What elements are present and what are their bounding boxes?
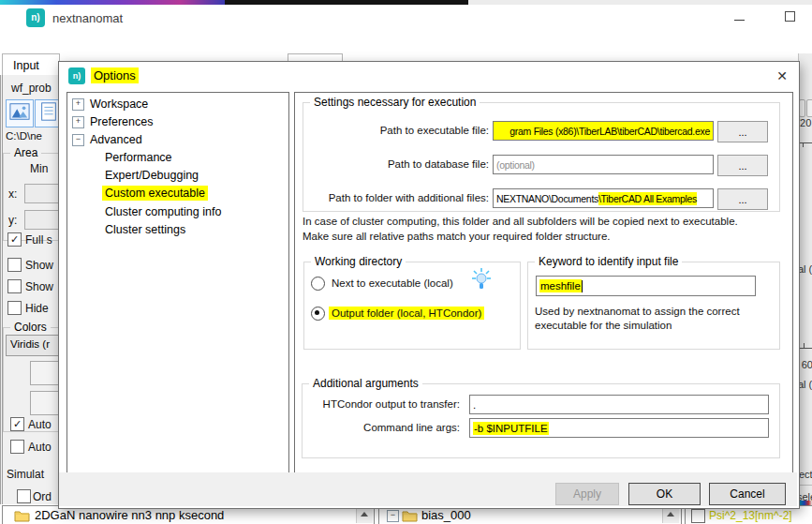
simulation-label: Simulat <box>7 468 44 481</box>
options-tree-panel: + Workspace + Preferences − Advanced Per… <box>66 92 289 473</box>
input-file-item[interactable]: 2DGaN nanowire nn3 nnp ksecond <box>35 508 224 522</box>
keyword-hint-line1: Used by nextnanomat to assign the correc… <box>535 306 740 317</box>
working-directory-group-label: Working directory <box>311 255 406 268</box>
db-path-placeholder: (optional) <box>496 159 535 171</box>
cmdline-args-value: -b $INPUTFILE <box>473 422 549 435</box>
image-icon <box>9 101 30 126</box>
background-axis-line-fragment <box>798 142 812 143</box>
show-label-1: Show <box>25 259 53 272</box>
apply-button[interactable]: Apply <box>555 483 619 505</box>
palette-dropdown-value: Viridis (r <box>10 338 50 350</box>
series-checkbox[interactable] <box>691 509 705 523</box>
background-divider-fragment <box>798 485 812 486</box>
tree-item-advanced[interactable]: Advanced <box>90 133 142 146</box>
hide-checkbox[interactable] <box>7 301 22 315</box>
auto-checkbox-2[interactable] <box>10 440 24 454</box>
file-path-label: C:\D\ne <box>6 130 42 142</box>
screen: /20 al ( ) 60 al ( ect sele n) nextnanom… <box>0 0 812 524</box>
tree-item-preferences[interactable]: Preferences <box>90 115 153 128</box>
show-checkbox-1[interactable] <box>7 258 22 272</box>
area-group-label: Area <box>10 146 41 159</box>
browse-folder-button[interactable]: ... <box>717 188 768 210</box>
options-content-panel: Settings necessary for execution Path to… <box>294 92 793 473</box>
options-dialog: n) Options ✕ + Workspace + Preferences −… <box>58 61 800 509</box>
cluster-note-line2: Make sure all relative paths match your … <box>303 231 611 242</box>
palette-dropdown[interactable]: Viridis (r <box>6 335 62 356</box>
tree-item-cluster-computing-info[interactable]: Cluster computing info <box>105 205 221 218</box>
next-to-executable-radio[interactable] <box>311 277 325 291</box>
background-axis-tick-fragment <box>804 343 805 348</box>
full-size-checkbox[interactable]: ✓ <box>7 232 22 247</box>
collapse-icon[interactable]: − <box>387 510 399 522</box>
collapse-icon[interactable]: − <box>72 134 84 146</box>
background-axis-label-fragment: al ( <box>798 263 812 275</box>
exe-path-label: Path to executable file: <box>297 125 489 136</box>
text-cursor <box>582 280 583 292</box>
additional-arguments-group-label: Additional arguments <box>309 377 422 390</box>
browse-exe-button[interactable]: ... <box>717 121 768 142</box>
folder-path-label: Path to folder with additional files: <box>297 192 489 203</box>
hide-label: Hide <box>25 302 49 315</box>
expand-icon[interactable]: + <box>72 116 84 128</box>
document-icon <box>38 101 59 126</box>
background-toolbar-button-fragment <box>806 99 812 117</box>
cmdline-args-input[interactable]: -b $INPUTFILE <box>469 418 769 438</box>
auto-checkbox-1[interactable]: ✓ <box>10 417 24 431</box>
output-folder-item[interactable]: bias_000 <box>421 508 471 522</box>
tree-item-cluster-settings[interactable]: Cluster settings <box>105 223 185 236</box>
folder-path-input[interactable]: NEXTNANO\Documents\TiberCAD All Examples <box>493 188 714 208</box>
next-to-executable-label[interactable]: Next to executable (local) <box>332 277 453 289</box>
tab-input[interactable]: Input <box>2 53 60 76</box>
series-item[interactable]: Psi^2_13[nm^-2] <box>709 509 792 522</box>
app-logo-icon: n) <box>26 8 45 27</box>
folder-icon <box>14 509 30 524</box>
show-checkbox-2[interactable] <box>7 279 22 293</box>
expand-icon[interactable]: + <box>72 98 84 111</box>
dialog-titlebar: n) Options ✕ <box>59 62 797 90</box>
background-toolbar-button-fragment <box>799 99 805 117</box>
output-folder-radio[interactable] <box>311 307 325 321</box>
tree-item-expert-debugging[interactable]: Expert/Debugging <box>105 169 199 182</box>
plot-image-button[interactable] <box>6 99 34 127</box>
maximize-icon[interactable] <box>785 11 795 22</box>
subtab-wf-prob[interactable]: wf_prob <box>11 82 52 95</box>
keyword-group-label: Keyword to identify input file <box>535 255 682 268</box>
lightbulb-icon <box>470 267 493 295</box>
htcondor-output-input[interactable]: . <box>469 395 769 414</box>
full-size-label: Full s <box>25 233 52 247</box>
dialog-logo-icon: n) <box>68 67 85 84</box>
scroll-up-arrow[interactable] <box>667 512 674 517</box>
htcondor-output-value: . <box>473 399 476 411</box>
output-folder-label[interactable]: Output folder (local, HTCondor) <box>329 307 484 320</box>
dialog-title: Options <box>91 67 139 83</box>
folder-icon <box>402 509 418 524</box>
tree-item-performance[interactable]: Performance <box>105 151 172 164</box>
close-icon[interactable]: ✕ <box>771 66 793 86</box>
auto-label-2: Auto <box>28 441 52 454</box>
exe-path-input[interactable]: gram Files (x86)\TiberLAB\tiberCAD\tiber… <box>493 121 714 141</box>
x-label: x: <box>8 187 17 201</box>
order-checkbox[interactable] <box>17 489 31 503</box>
tree-item-workspace[interactable]: Workspace <box>90 97 148 111</box>
window-title: nextnanomat <box>52 11 123 25</box>
min-column-label: Min <box>30 162 48 175</box>
ok-button[interactable]: OK <box>628 483 701 505</box>
htcondor-output-label: HTCondor output to transfer: <box>303 398 460 410</box>
db-path-label: Path to database file: <box>297 158 489 170</box>
show-label-2: Show <box>25 280 53 293</box>
menubar: File Edit Run View Tools Help <box>0 31 812 53</box>
background-ect-fragment: ect <box>799 469 812 480</box>
folder-path-prefix: NEXTNANO\Documents <box>496 193 598 204</box>
keyword-hint-line2: executable for the simulation <box>535 320 672 331</box>
tree-item-custom-executable[interactable]: Custom executable <box>102 186 208 201</box>
scroll-up-arrow[interactable] <box>361 512 368 517</box>
colors-group-label: Colors <box>10 321 51 334</box>
app-titlebar: n) nextnanomat <box>0 5 812 31</box>
cancel-button[interactable]: Cancel <box>709 483 786 505</box>
background-axis-line-fragment <box>798 348 812 349</box>
keyword-input[interactable]: meshfile <box>536 276 756 296</box>
browse-db-button[interactable]: ... <box>717 155 768 176</box>
minimize-icon[interactable] <box>734 20 745 21</box>
db-path-input[interactable]: (optional) <box>493 155 714 174</box>
y-label: y: <box>8 214 17 227</box>
